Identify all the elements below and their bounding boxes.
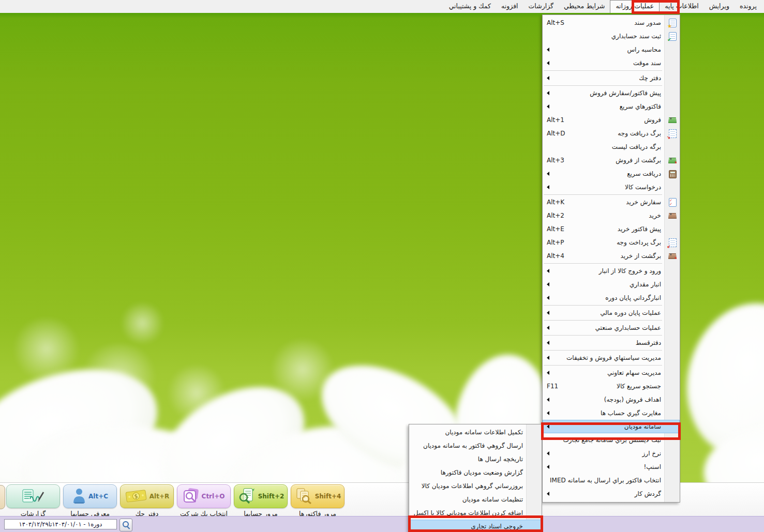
dropdown-item-1[interactable]: ثبت سند حسابداري	[543, 29, 680, 43]
submenu-item-6[interactable]: اضافه كردن اطلاعات مودياني كالا با اكسل	[409, 506, 542, 520]
toolbar-button-1[interactable]: Alt+C	[63, 484, 117, 508]
menu-item-label: اهداف فروش (بودجه)	[604, 396, 661, 403]
submenu-arrow-icon	[547, 371, 549, 375]
submenu-item-3[interactable]: گزارش وضعيت موديان فاكتورها	[409, 466, 542, 479]
menu-item-label: دفترقسط	[636, 339, 661, 346]
menu-item-label: دريافت سريع	[627, 170, 661, 177]
dropdown-item-18[interactable]: ورود و خروج كالا از انبار	[543, 264, 680, 278]
dropdown-item-14[interactable]: خريدAlt+2	[543, 209, 680, 222]
dropdown-item-11[interactable]: دريافت سريع	[543, 167, 680, 180]
dropdown-item-7[interactable]: فروشAlt+1	[543, 113, 680, 127]
receipt-in-icon	[669, 129, 677, 138]
menubar-item-2[interactable]: اطلاعات پايه	[660, 0, 703, 13]
dropdown-item-16[interactable]: برگ پرداخت وجهAlt+P	[543, 236, 680, 249]
submenu-arrow-icon	[547, 398, 549, 402]
submenu-item-0[interactable]: تكميل اطلاعات سامانه موديان	[409, 425, 542, 439]
dropdown-item-17[interactable]: برگشت از خريدAlt+4	[543, 249, 680, 263]
menu-separator	[544, 85, 662, 86]
toolbar-button-5[interactable]: Shift+4	[291, 484, 344, 508]
dropdown-item-9[interactable]: برگه دريافت ليست	[543, 140, 680, 154]
partial-toolbar-button[interactable]	[0, 485, 5, 509]
shortcut-label: Alt+4	[547, 252, 564, 260]
menu-separator	[544, 350, 662, 351]
toolbar-button-3[interactable]: Ctrl+O	[177, 484, 231, 508]
period-search-button[interactable]	[119, 519, 132, 531]
dropdown-item-30[interactable]: ثبت لايسنس براي سامانه جامع تجارت	[543, 433, 680, 447]
submenu-item-7[interactable]: خروجي اسناد تجاري	[409, 520, 542, 532]
dropdown-item-29[interactable]: سامانه موديان	[543, 420, 680, 433]
dropdown-item-22[interactable]: عمليات حسابداري صنعتي	[543, 321, 680, 335]
dropdown-item-13[interactable]: سفارش خريدAlt+K	[543, 195, 680, 209]
document-star-icon	[669, 19, 677, 27]
dropdown-item-34[interactable]: گردش كار	[543, 487, 680, 500]
menubar-item-7[interactable]: كمك و پشتيباني	[444, 0, 496, 13]
dropdown-item-31[interactable]: نرخ ارز	[543, 447, 680, 460]
dropdown-item-6[interactable]: فاكتورهاي سريع	[543, 100, 680, 113]
dropdown-item-28[interactable]: مغايرت گيري حساب ها	[543, 406, 680, 420]
shortcut-label: Alt+D	[547, 130, 565, 137]
submenu-item-1[interactable]: ارسال گروهي فاكتور به سامانه موديان	[409, 439, 542, 452]
dropdown-item-10[interactable]: برگشت از فروشAlt+3	[543, 154, 680, 167]
menubar: پروندهويرايشاطلاعات پايهعمليات روزانهشرا…	[0, 0, 764, 13]
dropdown-item-32[interactable]: اسنپ!	[543, 460, 680, 474]
dropdown-item-0[interactable]: صدور سندAlt+S	[543, 16, 680, 29]
search-icon	[123, 521, 129, 527]
shortcut-label: Alt+1	[547, 116, 564, 124]
dropdown-item-15[interactable]: پيش فاكتور خريدAlt+E	[543, 222, 680, 236]
checklist-icon	[669, 198, 677, 207]
submenu-item-2[interactable]: تاريخچه ارسال ها	[409, 452, 542, 466]
toolbar-button-2[interactable]: $Alt+R	[120, 484, 174, 508]
menu-item-label: ثبت لايسنس براي سامانه جامع تجارت	[563, 436, 661, 444]
menubar-item-6[interactable]: افزونه	[496, 0, 523, 13]
dropdown-item-5[interactable]: پيش فاكتور/سفارش فروش	[543, 86, 680, 100]
dropdown-item-20[interactable]: انبارگرداني پايان دوره	[543, 291, 680, 305]
dropdown-item-4[interactable]: دفتر چك	[543, 71, 680, 85]
magnifier-box-icon	[183, 488, 200, 506]
dropdown-item-25[interactable]: مديريت سهام تعاوني	[543, 366, 680, 379]
menu-item-label: خريد	[649, 212, 661, 219]
menu-item-label: پيش فاكتور خريد	[618, 225, 661, 233]
submenu-arrow-icon	[547, 61, 549, 65]
menu-separator	[544, 320, 662, 321]
menu-item-label: گردش كار	[635, 490, 661, 497]
dropdown-item-24[interactable]: مديريت سياستهاي فروش و تخفيفات	[543, 351, 680, 364]
dropdown-item-12[interactable]: درخواست كالا	[543, 180, 680, 194]
toolbar-button-4[interactable]: Shift+2	[234, 484, 288, 508]
submenu-arrow-icon	[547, 296, 549, 300]
dropdown-item-8[interactable]: برگ دريافت وجهAlt+D	[543, 127, 680, 140]
dropdown-item-19[interactable]: انبار مقداري	[543, 278, 680, 291]
menu-item-label: نرخ ارز	[642, 450, 661, 457]
shortcut-label: Alt+3	[547, 157, 564, 164]
dropdown-item-2[interactable]: محاسبه راس	[543, 43, 680, 56]
menu-item-label: برگ پرداخت وجه	[617, 239, 661, 246]
menubar-item-3[interactable]: عمليات روزانه	[610, 0, 660, 13]
menubar-item-1[interactable]: ويرايش	[704, 0, 735, 13]
daily-operations-menu: صدور سندAlt+Sثبت سند حسابداريمحاسبه راسس…	[542, 14, 680, 503]
menu-item-label: عمليات حسابداري صنعتي	[595, 324, 661, 331]
dropdown-item-33[interactable]: انتخاب فاكتور براي ارسال به سامانه IMED	[543, 474, 680, 487]
toolbar-shortcut-label: Shift+2	[258, 493, 284, 500]
menu-item-label: انتخاب فاكتور براي ارسال به سامانه IMED	[550, 477, 661, 484]
menubar-item-4[interactable]: شرايط محيطي	[559, 0, 610, 13]
moadian-system-submenu: تكميل اطلاعات سامانه موديانارسال گروهي ف…	[409, 424, 542, 532]
menubar-item-0[interactable]: پرونده	[735, 0, 762, 13]
dropdown-item-27[interactable]: اهداف فروش (بودجه)	[543, 393, 680, 406]
dropdown-item-26[interactable]: جستجو سريع كالاF11	[543, 379, 680, 393]
fiscal-period-field[interactable]	[4, 519, 117, 529]
shortcut-label: Alt+S	[547, 19, 564, 26]
basket-green-icon	[668, 117, 677, 123]
submenu-item-4[interactable]: بروزرساني گروهي اطلاعات موديان كالا	[409, 479, 542, 493]
dropdown-item-3[interactable]: سند موقت	[543, 56, 680, 70]
submenu-item-5[interactable]: تنظيمات سامانه موديان	[409, 493, 542, 506]
menu-item-label: جستجو سريع كالا	[617, 383, 661, 390]
submenu-arrow-icon	[547, 424, 549, 429]
menu-item-label: ارسال گروهي فاكتور به سامانه موديان	[423, 442, 523, 449]
magnifier-document-icon	[237, 488, 256, 506]
menu-item-label: سند موقت	[633, 59, 661, 67]
shortcut-label: Alt+K	[547, 199, 564, 206]
menubar-item-5[interactable]: گزارشات	[523, 0, 559, 13]
toolbar-shortcut-label: Alt+R	[149, 493, 169, 500]
dropdown-item-23[interactable]: دفترقسط	[543, 336, 680, 349]
toolbar-button-0[interactable]	[6, 484, 60, 508]
dropdown-item-21[interactable]: عمليات پايان دوره مالي	[543, 306, 680, 320]
